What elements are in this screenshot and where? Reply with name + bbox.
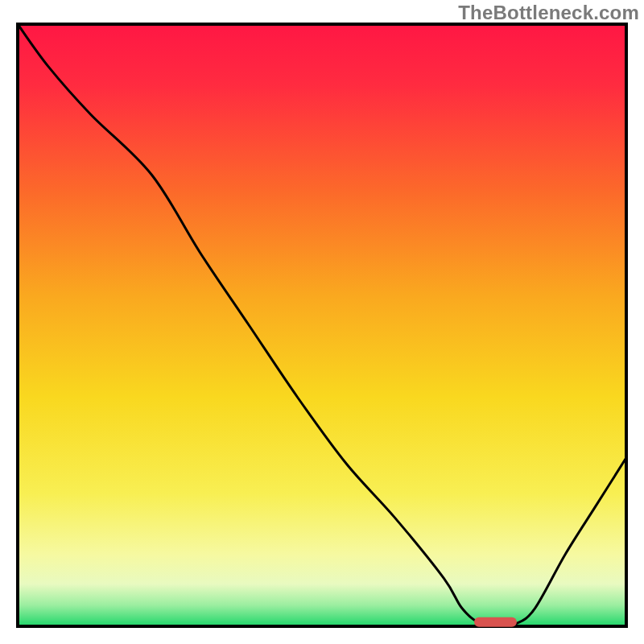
optimal-marker — [474, 617, 517, 627]
plot-background — [18, 24, 626, 626]
chart-container: TheBottleneck.com — [0, 0, 644, 644]
watermark-text: TheBottleneck.com — [458, 2, 639, 24]
bottleneck-chart — [0, 0, 644, 644]
